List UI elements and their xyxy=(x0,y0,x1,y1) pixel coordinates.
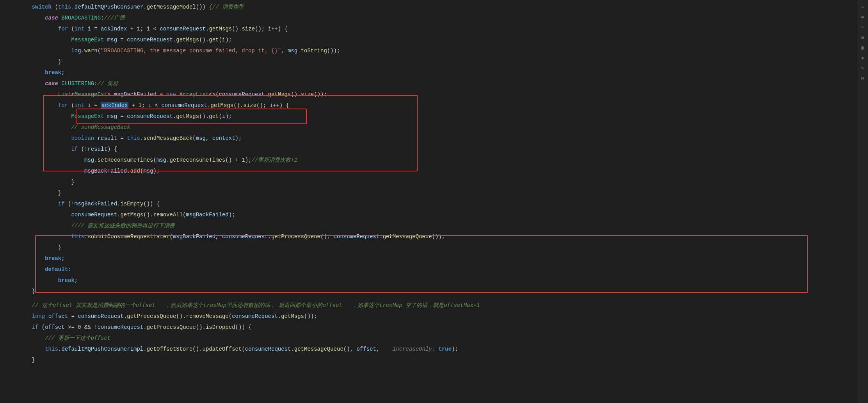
param-offset-2: offset xyxy=(356,346,376,352)
number-1: 1 xyxy=(242,157,245,163)
line-set-reconsume: msg.setReconsumeTimes(msg.getReconsumeTi… xyxy=(0,155,868,166)
code-editor: switch (this.defaultMQPushConsumer.getMe… xyxy=(0,0,868,403)
line-comment-update: /// 更新一下这个offset xyxy=(0,333,868,344)
var-msgbackfailed: msgBackFailed xyxy=(114,91,157,98)
keyword-if-1: if xyxy=(71,146,78,152)
keyword-switch: switch xyxy=(32,4,52,10)
var-msgbackfailed-3: msgBackFailed xyxy=(75,201,117,207)
keyword-this-2: this xyxy=(127,135,140,141)
method-sendMessageBack: sendMessageBack xyxy=(143,135,192,141)
method-size-3: size xyxy=(243,102,256,109)
hint-increaseOnly: increaseOnly: xyxy=(393,346,439,352)
comment-broadcast: ///广播 xyxy=(104,15,125,21)
sidebar-icon-7[interactable]: ✎ xyxy=(859,64,866,72)
method-getMsgs-4: getMsgs xyxy=(210,102,233,109)
keyword-default: default: xyxy=(45,266,71,273)
method-getMessageQueue-1: getMessageQueue xyxy=(383,234,432,240)
const-clustering: CLUSTERING xyxy=(61,80,94,87)
keyword-long: long xyxy=(32,313,45,319)
comment-reconsume: //重新消费次数+1 xyxy=(252,157,298,163)
sidebar-icon-2[interactable]: ⊕ xyxy=(859,13,866,21)
sidebar-icon-5[interactable]: ▣ xyxy=(859,44,866,52)
line-blank-1 xyxy=(0,297,868,300)
method-removeAll: removeAll xyxy=(153,212,183,218)
param-context: context xyxy=(212,135,235,141)
type-list: List xyxy=(58,91,71,98)
type-messageext-3: MessageExt xyxy=(71,113,104,119)
var-offset: offset xyxy=(48,313,68,319)
highlight-ackindex: ackIndex xyxy=(101,102,128,109)
comment-sendmessageback: // sendMessageBack xyxy=(71,124,130,130)
line-add-failed: msgBackFailed.add(msg); xyxy=(0,166,868,177)
method-getProcessQueue-1: getProcessQueue xyxy=(271,234,320,240)
type-arraylist: ArrayList xyxy=(180,91,209,98)
line-comment-later: //// 需要将这些失败的稍后再进行下消费 xyxy=(0,220,868,231)
method-getMsgs-1: getMsgs xyxy=(209,26,232,32)
line-boolean-result: boolean result = this.sendMessageBack(ms… xyxy=(0,133,868,144)
hint-true: true xyxy=(439,346,452,352)
keyword-break-2: break xyxy=(45,255,61,262)
var-offset-check: offset xyxy=(45,324,64,330)
comment-cluster: // 集群 xyxy=(98,80,118,87)
comment-consume-type: {// 消费类型 xyxy=(209,4,244,10)
const-broadcasting: BROADCASTING xyxy=(61,15,101,21)
param-msgbackfailed: msgBackFailed xyxy=(173,234,215,240)
comment-update-offset: /// 更新一下这个offset xyxy=(45,335,110,341)
line-for-clustering: for (int i = ackIndex + 1; i < consumeRe… xyxy=(0,100,868,111)
method-getMsgs-5: getMsgs xyxy=(176,113,199,119)
line-break-1: break; xyxy=(0,67,868,78)
comment-offset-explanation: // 这个offset 其实就是消费到哪的一个offset ，然后如果这个tre… xyxy=(32,302,480,308)
var-result-check: result xyxy=(87,146,107,152)
var-i-1: i xyxy=(87,26,91,32)
line-comment-sendmessageback: // sendMessageBack xyxy=(0,122,868,133)
var-msg-1: msg xyxy=(107,37,117,43)
line-if-result: if (!result) { xyxy=(0,144,868,155)
line-break-2: break; xyxy=(0,253,868,264)
method-getMessageModel: getMessageModel xyxy=(147,4,196,10)
sidebar-icon-8[interactable]: ⊟ xyxy=(859,74,866,82)
keyword-case: case xyxy=(45,15,58,21)
keyword-break-3: break xyxy=(58,277,75,284)
method-getMessageQueue-2: getMessageQueue xyxy=(294,346,343,352)
sidebar-icon-4[interactable]: ⚙ xyxy=(859,34,866,41)
code-lines: switch (this.defaultMQPushConsumer.getMe… xyxy=(0,0,868,367)
line-if-offset: if (offset >= 0 && !consumeRequest.getPr… xyxy=(0,322,868,333)
method-setRecomsumeTimes: setReconsumeTimes xyxy=(98,157,153,163)
method-tostring: toString xyxy=(301,48,327,54)
line-default: default: xyxy=(0,264,868,275)
line-msg-2: MessageExt msg = consumeRequest.getMsgs(… xyxy=(0,111,868,122)
method-isEmpty: isEmpty xyxy=(120,201,143,207)
param-consume-12: consumeRequest xyxy=(245,346,291,352)
var-result: result xyxy=(98,135,117,141)
line-remove-all: consumeRequest.getMsgs().removeAll(msgBa… xyxy=(0,209,868,220)
line-case-broadcasting: case BROADCASTING:///广播 xyxy=(0,12,868,23)
keyword-boolean: boolean xyxy=(71,135,94,141)
var-msg-4: msg xyxy=(84,157,94,163)
keyword-this-3: this xyxy=(71,234,84,240)
field-defaultMQPushConsumerImpl: defaultMQPushConsumerImpl xyxy=(61,346,143,352)
var-consume-3: consumeRequest xyxy=(219,91,265,98)
keyword-for-1: for xyxy=(58,26,68,32)
line-close-if-2: } xyxy=(0,242,868,253)
keyword-this: this xyxy=(58,4,71,10)
method-getMsgs-3: getMsgs xyxy=(268,91,291,98)
sidebar-icon-1[interactable]: ⋯ xyxy=(859,3,866,11)
var-i-cond-2: i xyxy=(148,102,151,109)
keyword-new-1: new xyxy=(166,91,176,98)
var-i-2: i xyxy=(222,37,225,43)
type-messageext-2: MessageExt xyxy=(75,91,107,98)
var-msg-2: msg xyxy=(288,48,297,54)
method-getMsgs-7: getMsgs xyxy=(281,313,304,319)
var-msgbackfailed-2: msgBackFailed xyxy=(84,168,127,174)
keyword-break-1: break xyxy=(45,70,61,76)
var-consume-9: consumeRequest xyxy=(78,313,124,319)
sidebar-icon-6[interactable]: ◈ xyxy=(859,54,866,62)
var-i-inc-1: i xyxy=(268,26,271,32)
var-msgbackfailed-4: msgBackFailed xyxy=(186,212,229,218)
param-msg-2: msg xyxy=(143,168,153,174)
line-close-switch: } xyxy=(0,286,868,297)
var-consume-2: consumeRequest xyxy=(127,37,173,43)
sidebar-icon-3[interactable]: ≡ xyxy=(859,23,866,31)
line-close-for-2: } xyxy=(0,187,868,198)
line-msg-1: MessageExt msg = consumeRequest.getMsgs(… xyxy=(0,34,868,45)
